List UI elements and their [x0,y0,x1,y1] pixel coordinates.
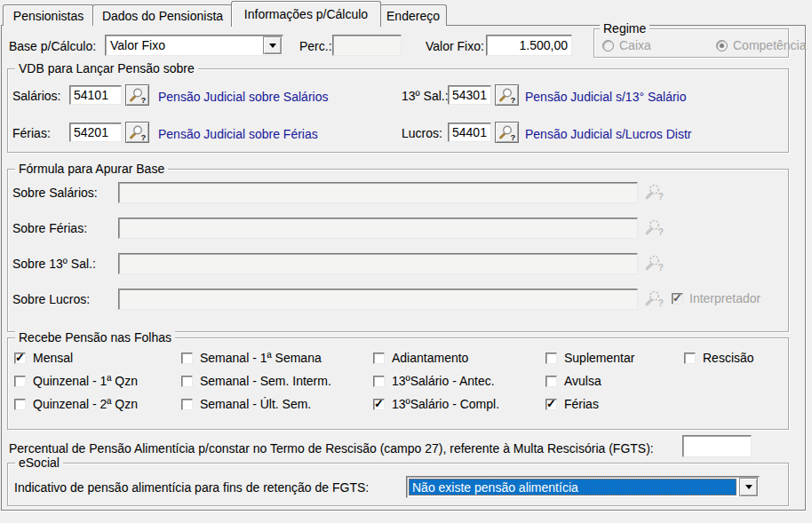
svg-text:?: ? [141,95,147,104]
checkbox-adiantamento-label: Adiantamento [392,351,468,365]
vdb-ferias-label: Férias: [12,126,51,140]
vdb-legend: VDB para Lançar Pensão sobre [15,61,198,75]
formula-sobre-lucros-input [118,289,638,310]
valor-fixo-input[interactable] [486,35,572,56]
vdb-13sal-input[interactable] [448,85,491,105]
checkbox-13sal-compl[interactable] [373,399,385,410]
checkbox-13sal-compl-label: 13ºSalário - Compl. [392,397,499,411]
base-calc-dropdown-button[interactable] [263,36,282,54]
magnifier-question-icon-disabled: ? [643,218,665,236]
esocial-fgts-selected-value: Não existe pensão alimentícia [409,479,736,495]
perc-input [332,35,402,56]
checkbox-semanal-1semana[interactable] [181,353,193,364]
vdb-ferias-lookup-button[interactable]: ? [125,122,149,143]
tab-endereco[interactable]: Endereço [379,4,447,26]
esocial-fgts-select[interactable]: Não existe pensão alimentícia [406,476,760,498]
vdb-13sal-desc: Pensão Judicial s/13° Salário [525,90,686,104]
formula-sobre-13sal-label: Sobre 13º Sal.: [12,257,96,271]
svg-text:?: ? [511,95,516,104]
formula-sobre-salarios-label: Sobre Salários: [12,186,98,200]
svg-text:?: ? [657,226,663,236]
regime-legend: Regime [600,21,649,36]
tab-label: Pensionistas [13,9,84,23]
checkbox-ferias[interactable] [545,399,557,410]
checkbox-semanal-interm-label: Semanal - Sem. Interm. [200,374,331,388]
checkbox-suplementar[interactable] [545,353,557,364]
checkbox-quinzenal-1qzn[interactable] [14,376,26,387]
folhas-legend: Recebe Pensão nas Folhas [15,330,175,345]
tab-pensionistas[interactable]: Pensionistas [3,4,94,26]
magnifier-question-icon-disabled: ? [643,289,665,307]
checkbox-semanal-ult-label: Semanal - Últ. Sem. [200,397,311,411]
chevron-down-icon [745,485,752,489]
checkbox-quinzenal-1qzn-label: Quinzenal - 1ª Qzn [33,374,138,388]
checkbox-semanal-1semana-label: Semanal - 1ª Semana [200,351,322,365]
interpretador-checkbox [672,293,683,305]
checkbox-13sal-antec-label: 13ºSalário - Antec. [392,374,495,388]
magnifier-question-icon: ? [128,87,147,103]
percentual-rescisao-input[interactable] [682,435,752,457]
vdb-lucros-desc: Pensão Judicial s/Lucros Distr [525,127,692,141]
checkbox-suplementar-label: Suplementar [564,351,634,365]
tab-label: Informações p/Cálculo [244,7,368,21]
checkbox-rescisao-label: Rescisão [703,351,754,365]
vdb-lucros-input[interactable] [448,123,491,142]
vdb-salarios-desc: Pensão Judicial sobre Salários [158,90,328,104]
base-calc-value: Valor Fixo [106,36,262,55]
magnifier-question-icon: ? [498,124,516,140]
formula-legend: Fórmula para Apurar Base [15,162,168,176]
checkbox-rescisao[interactable] [684,353,696,364]
magnifier-question-icon: ? [128,124,147,140]
chevron-down-icon [269,44,276,48]
perc-label: Perc.: [299,39,332,53]
vdb-13sal-label: 13º Sal.: [402,89,449,103]
checkbox-semanal-interm[interactable] [181,376,193,387]
esocial-fgts-dropdown-button[interactable] [739,478,758,496]
radio-caixa [602,40,614,52]
interpretador-label: Interpretador [689,291,760,305]
vdb-salarios-lookup-button[interactable]: ? [125,84,149,106]
checkbox-avulsa[interactable] [545,376,557,387]
svg-text:?: ? [141,132,147,141]
svg-text:?: ? [657,191,663,201]
tab-label: Dados do Pensionista [102,9,223,23]
checkbox-mensal-label: Mensal [33,351,73,365]
tab-label: Endereço [386,9,440,23]
valor-fixo-label: Valor Fixo: [426,39,484,53]
magnifier-question-icon-disabled: ? [643,254,665,272]
base-calc-label: Base p/Cálculo: [9,39,96,53]
vdb-lucros-lookup-button[interactable]: ? [495,122,519,143]
base-calc-select[interactable]: Valor Fixo [105,35,283,56]
percentual-rescisao-label: Percentual de Pensão Alimentícia p/const… [9,441,654,456]
checkbox-13sal-antec[interactable] [373,376,385,387]
vdb-13sal-lookup-button[interactable]: ? [495,84,519,106]
checkbox-mensal[interactable] [14,353,26,364]
vdb-ferias-input[interactable] [69,123,122,142]
tab-informacoes-p-calculo[interactable]: Informações p/Cálculo [231,1,381,27]
vdb-ferias-desc: Pensão Judicial sobre Férias [158,127,318,141]
esocial-legend: eSocial [15,456,63,470]
checkbox-ferias-label: Férias [564,397,599,411]
checkbox-avulsa-label: Avulsa [564,374,601,388]
radio-competencia [716,40,728,52]
checkbox-quinzenal-2qzn[interactable] [14,399,26,410]
tab-dados-do-pensionista[interactable]: Dados do Pensionista [92,4,233,26]
vdb-salarios-input[interactable] [69,85,122,105]
radio-caixa-label: Caixa [619,38,651,52]
svg-text:?: ? [657,297,663,307]
esocial-indicativo-label: Indicativo de pensão alimentícia para fi… [14,480,369,495]
checkbox-quinzenal-2qzn-label: Quinzenal - 2ª Qzn [33,397,138,411]
formula-sobre-ferias-input [118,218,638,239]
magnifier-question-icon-disabled: ? [643,183,665,201]
svg-text:?: ? [657,262,663,272]
vdb-salarios-label: Salários: [12,89,60,103]
radio-competencia-label: Competência [733,38,807,52]
magnifier-question-icon: ? [498,87,516,103]
formula-sobre-ferias-label: Sobre Férias: [12,221,87,235]
formula-sobre-salarios-input [118,182,638,203]
pension-calc-window: Pensionistas Dados do Pensionista Inform… [0,0,812,523]
checkbox-adiantamento[interactable] [373,353,385,364]
checkbox-semanal-ult[interactable] [181,399,193,410]
formula-sobre-13sal-input [118,253,638,274]
vdb-lucros-label: Lucros: [402,126,442,140]
